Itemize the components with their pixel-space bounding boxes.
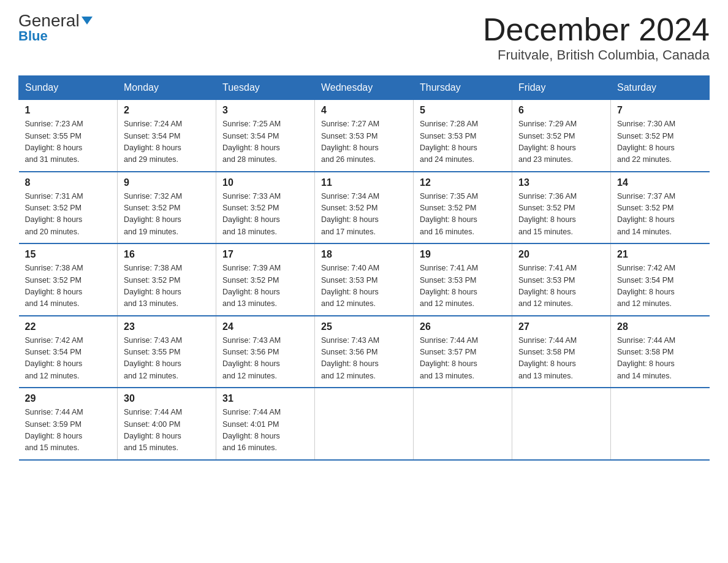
calendar-day-cell: 26Sunrise: 7:44 AMSunset: 3:57 PMDayligh… xyxy=(414,316,512,388)
calendar-table: SundayMondayTuesdayWednesdayThursdayFrid… xyxy=(18,75,710,461)
day-info: Sunrise: 7:43 AMSunset: 3:56 PMDaylight:… xyxy=(222,335,308,383)
day-info: Sunrise: 7:44 AMSunset: 3:57 PMDaylight:… xyxy=(420,335,506,383)
day-info: Sunrise: 7:42 AMSunset: 3:54 PMDaylight:… xyxy=(617,262,703,310)
day-number: 21 xyxy=(617,249,703,260)
day-info: Sunrise: 7:28 AMSunset: 3:53 PMDaylight:… xyxy=(420,118,506,166)
day-number: 26 xyxy=(420,321,506,332)
day-info: Sunrise: 7:39 AMSunset: 3:52 PMDaylight:… xyxy=(222,262,308,310)
calendar-day-cell: 9Sunrise: 7:32 AMSunset: 3:52 PMDaylight… xyxy=(118,172,216,244)
day-info: Sunrise: 7:35 AMSunset: 3:52 PMDaylight:… xyxy=(420,191,506,239)
calendar-day-cell: 7Sunrise: 7:30 AMSunset: 3:52 PMDaylight… xyxy=(611,100,710,172)
calendar-day-cell: 5Sunrise: 7:28 AMSunset: 3:53 PMDaylight… xyxy=(414,100,512,172)
page-header: General Blue December 2024 Fruitvale, Br… xyxy=(18,12,710,63)
day-info: Sunrise: 7:44 AMSunset: 3:58 PMDaylight:… xyxy=(518,335,604,383)
day-info: Sunrise: 7:36 AMSunset: 3:52 PMDaylight:… xyxy=(518,191,604,239)
calendar-day-cell: 1Sunrise: 7:23 AMSunset: 3:55 PMDaylight… xyxy=(19,100,118,172)
calendar-week-row: 8Sunrise: 7:31 AMSunset: 3:52 PMDaylight… xyxy=(19,172,710,244)
calendar-day-cell: 8Sunrise: 7:31 AMSunset: 3:52 PMDaylight… xyxy=(19,172,118,244)
day-number: 13 xyxy=(518,177,604,188)
calendar-header-row: SundayMondayTuesdayWednesdayThursdayFrid… xyxy=(19,76,710,100)
day-info: Sunrise: 7:29 AMSunset: 3:52 PMDaylight:… xyxy=(518,118,604,166)
logo: General Blue xyxy=(18,12,93,44)
calendar-day-cell: 6Sunrise: 7:29 AMSunset: 3:52 PMDaylight… xyxy=(512,100,611,172)
logo-text: General xyxy=(18,12,93,29)
calendar-day-cell: 11Sunrise: 7:34 AMSunset: 3:52 PMDayligh… xyxy=(315,172,414,244)
calendar-week-row: 15Sunrise: 7:38 AMSunset: 3:52 PMDayligh… xyxy=(19,243,710,316)
day-info: Sunrise: 7:40 AMSunset: 3:53 PMDaylight:… xyxy=(321,262,407,310)
calendar-day-cell: 31Sunrise: 7:44 AMSunset: 4:01 PMDayligh… xyxy=(216,388,315,460)
day-info: Sunrise: 7:41 AMSunset: 3:53 PMDaylight:… xyxy=(420,262,506,310)
day-info: Sunrise: 7:43 AMSunset: 3:55 PMDaylight:… xyxy=(124,335,210,383)
day-number: 23 xyxy=(124,321,210,332)
day-number: 4 xyxy=(321,105,407,116)
calendar-day-cell: 3Sunrise: 7:25 AMSunset: 3:54 PMDaylight… xyxy=(216,100,315,172)
day-of-week-header: Sunday xyxy=(19,76,118,100)
day-number: 7 xyxy=(617,105,703,116)
day-number: 27 xyxy=(518,321,604,332)
day-number: 12 xyxy=(420,177,506,188)
logo-line2: Blue xyxy=(18,28,48,44)
day-of-week-header: Saturday xyxy=(611,76,710,100)
day-info: Sunrise: 7:38 AMSunset: 3:52 PMDaylight:… xyxy=(25,262,112,310)
calendar-week-row: 1Sunrise: 7:23 AMSunset: 3:55 PMDaylight… xyxy=(19,100,710,172)
day-of-week-header: Tuesday xyxy=(216,76,315,100)
day-number: 5 xyxy=(420,105,506,116)
calendar-day-cell: 4Sunrise: 7:27 AMSunset: 3:53 PMDaylight… xyxy=(315,100,414,172)
day-info: Sunrise: 7:41 AMSunset: 3:53 PMDaylight:… xyxy=(518,262,604,310)
title-block: December 2024 Fruitvale, British Columbi… xyxy=(483,12,710,63)
calendar-day-cell xyxy=(512,388,611,460)
calendar-day-cell: 27Sunrise: 7:44 AMSunset: 3:58 PMDayligh… xyxy=(512,316,611,388)
day-info: Sunrise: 7:30 AMSunset: 3:52 PMDaylight:… xyxy=(617,118,703,166)
day-number: 31 xyxy=(222,393,308,404)
day-number: 30 xyxy=(124,393,210,404)
day-number: 11 xyxy=(321,177,407,188)
calendar-day-cell: 25Sunrise: 7:43 AMSunset: 3:56 PMDayligh… xyxy=(315,316,414,388)
day-number: 18 xyxy=(321,249,407,260)
day-info: Sunrise: 7:25 AMSunset: 3:54 PMDaylight:… xyxy=(222,118,308,166)
calendar-day-cell: 30Sunrise: 7:44 AMSunset: 4:00 PMDayligh… xyxy=(118,388,216,460)
day-number: 20 xyxy=(518,249,604,260)
day-number: 2 xyxy=(124,105,210,116)
calendar-day-cell xyxy=(611,388,710,460)
calendar-day-cell: 29Sunrise: 7:44 AMSunset: 3:59 PMDayligh… xyxy=(19,388,118,460)
day-number: 1 xyxy=(25,105,112,116)
day-number: 17 xyxy=(222,249,308,260)
day-number: 9 xyxy=(124,177,210,188)
day-info: Sunrise: 7:24 AMSunset: 3:54 PMDaylight:… xyxy=(124,118,210,166)
day-info: Sunrise: 7:32 AMSunset: 3:52 PMDaylight:… xyxy=(124,191,210,239)
day-info: Sunrise: 7:37 AMSunset: 3:52 PMDaylight:… xyxy=(617,191,703,239)
calendar-day-cell: 13Sunrise: 7:36 AMSunset: 3:52 PMDayligh… xyxy=(512,172,611,244)
day-number: 19 xyxy=(420,249,506,260)
calendar-day-cell: 18Sunrise: 7:40 AMSunset: 3:53 PMDayligh… xyxy=(315,243,414,316)
calendar-week-row: 22Sunrise: 7:42 AMSunset: 3:54 PMDayligh… xyxy=(19,316,710,388)
day-info: Sunrise: 7:34 AMSunset: 3:52 PMDaylight:… xyxy=(321,191,407,239)
day-info: Sunrise: 7:31 AMSunset: 3:52 PMDaylight:… xyxy=(25,191,112,239)
day-of-week-header: Thursday xyxy=(414,76,512,100)
day-info: Sunrise: 7:44 AMSunset: 3:59 PMDaylight:… xyxy=(25,407,112,454)
calendar-day-cell: 23Sunrise: 7:43 AMSunset: 3:55 PMDayligh… xyxy=(118,316,216,388)
calendar-day-cell: 21Sunrise: 7:42 AMSunset: 3:54 PMDayligh… xyxy=(611,243,710,316)
day-info: Sunrise: 7:44 AMSunset: 4:01 PMDaylight:… xyxy=(222,407,308,454)
day-number: 24 xyxy=(222,321,308,332)
calendar-day-cell: 15Sunrise: 7:38 AMSunset: 3:52 PMDayligh… xyxy=(19,243,118,316)
day-info: Sunrise: 7:27 AMSunset: 3:53 PMDaylight:… xyxy=(321,118,407,166)
day-number: 29 xyxy=(25,393,112,404)
page-subtitle: Fruitvale, British Columbia, Canada xyxy=(483,47,710,63)
calendar-day-cell: 20Sunrise: 7:41 AMSunset: 3:53 PMDayligh… xyxy=(512,243,611,316)
day-info: Sunrise: 7:44 AMSunset: 3:58 PMDaylight:… xyxy=(617,335,703,383)
calendar-day-cell: 28Sunrise: 7:44 AMSunset: 3:58 PMDayligh… xyxy=(611,316,710,388)
calendar-day-cell: 2Sunrise: 7:24 AMSunset: 3:54 PMDaylight… xyxy=(118,100,216,172)
day-of-week-header: Monday xyxy=(118,76,216,100)
day-number: 14 xyxy=(617,177,703,188)
calendar-day-cell: 12Sunrise: 7:35 AMSunset: 3:52 PMDayligh… xyxy=(414,172,512,244)
day-number: 6 xyxy=(518,105,604,116)
day-of-week-header: Wednesday xyxy=(315,76,414,100)
day-number: 22 xyxy=(25,321,112,332)
calendar-day-cell: 24Sunrise: 7:43 AMSunset: 3:56 PMDayligh… xyxy=(216,316,315,388)
calendar-day-cell: 22Sunrise: 7:42 AMSunset: 3:54 PMDayligh… xyxy=(19,316,118,388)
calendar-day-cell: 14Sunrise: 7:37 AMSunset: 3:52 PMDayligh… xyxy=(611,172,710,244)
day-of-week-header: Friday xyxy=(512,76,611,100)
calendar-day-cell xyxy=(315,388,414,460)
calendar-week-row: 29Sunrise: 7:44 AMSunset: 3:59 PMDayligh… xyxy=(19,388,710,460)
day-info: Sunrise: 7:44 AMSunset: 4:00 PMDaylight:… xyxy=(124,407,210,454)
